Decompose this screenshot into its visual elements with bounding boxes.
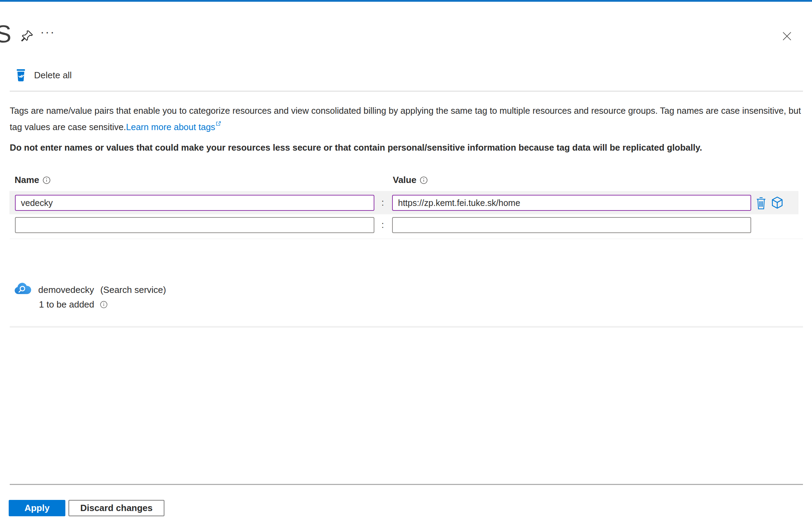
pin-icon xyxy=(20,38,34,44)
name-column-header: Name xyxy=(15,175,51,185)
delete-tag-row-button[interactable] xyxy=(755,197,767,210)
trash-icon xyxy=(755,205,767,211)
rows-divider xyxy=(10,239,803,239)
pin-button[interactable] xyxy=(20,29,34,43)
pending-count-label: 1 to be added xyxy=(39,299,94,310)
discard-changes-button[interactable]: Discard changes xyxy=(68,500,164,516)
close-icon xyxy=(781,38,793,43)
apply-button[interactable]: Apply xyxy=(9,500,65,516)
page-title-partial: S xyxy=(0,20,11,48)
tag-name-input-2[interactable] xyxy=(15,217,374,233)
name-header-label: Name xyxy=(15,175,39,185)
tag-separator-2: : xyxy=(377,220,388,230)
tags-warning: Do not enter names or values that could … xyxy=(10,143,806,153)
name-info-icon[interactable] xyxy=(42,176,51,184)
footer-divider xyxy=(10,484,803,485)
learn-more-label: Learn more about tags xyxy=(126,122,216,132)
resource-scope-button[interactable] xyxy=(770,196,784,210)
search-service-cloud-icon xyxy=(13,280,31,296)
close-button[interactable] xyxy=(781,30,793,42)
delete-all-trash-check-icon xyxy=(15,69,26,81)
top-accent-bar xyxy=(0,0,812,2)
tag-separator-1: : xyxy=(377,198,388,208)
resource-row: demovedecky (Search service) xyxy=(38,285,166,295)
pending-info-icon[interactable] xyxy=(100,301,108,309)
tags-description: Tags are name/value pairs that enable yo… xyxy=(10,104,806,134)
delete-all-button[interactable]: Delete all xyxy=(15,69,72,81)
external-link-icon xyxy=(216,117,221,130)
tag-name-input-1[interactable] xyxy=(15,195,374,211)
resource-type: (Search service) xyxy=(100,285,166,295)
command-bar-divider xyxy=(10,91,803,91)
tag-value-input-1[interactable] xyxy=(392,195,751,211)
resource-name: demovedecky xyxy=(38,285,94,295)
section-divider xyxy=(10,326,803,328)
learn-more-link[interactable]: Learn more about tags xyxy=(126,122,222,132)
delete-all-label: Delete all xyxy=(34,70,72,81)
tag-value-input-2[interactable] xyxy=(392,217,751,233)
resource-pending-row: 1 to be added xyxy=(39,299,108,310)
cube-icon xyxy=(770,205,784,211)
value-column-header: Value xyxy=(393,175,428,185)
value-info-icon[interactable] xyxy=(420,176,428,184)
more-actions-button[interactable]: ··· xyxy=(40,25,55,39)
value-header-label: Value xyxy=(393,175,416,185)
more-icon: ··· xyxy=(40,25,55,38)
